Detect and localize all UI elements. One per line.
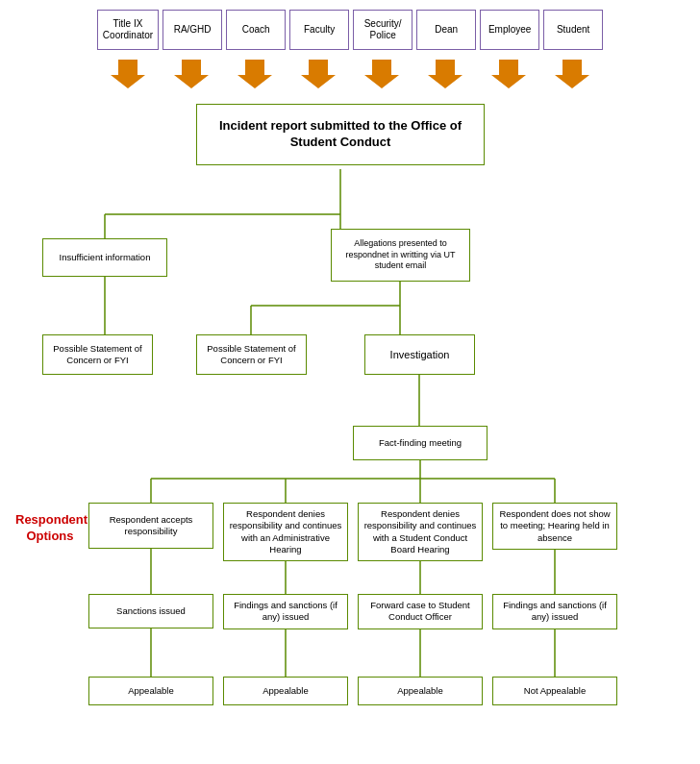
sanction-4-box: Findings and sanctions (if any) issued <box>492 594 617 629</box>
option-1-box: Respondent accepts responsibility <box>88 503 213 549</box>
reporter-box-title-ix: Title IX Coordinator <box>97 10 159 50</box>
reporter-box-dean: Dean <box>416 10 476 50</box>
possible-statement-mid-box: Possible Statement of Concern or FYI <box>196 334 307 375</box>
appeal-2-box: Appealable <box>223 677 348 705</box>
sanction-2-box: Findings and sanctions (if any) issued <box>223 594 348 629</box>
respondent-options-label: Respondent Options <box>15 512 85 545</box>
arrow-down-raghd <box>162 56 221 90</box>
svg-marker-0 <box>111 60 145 88</box>
svg-marker-6 <box>491 60 526 88</box>
reporter-box-student: Student <box>543 10 603 50</box>
allegations-box: Allegations presented to respondnet in w… <box>331 229 470 282</box>
option-3-box: Respondent denies responsibility and con… <box>358 503 483 561</box>
option-4-box: Respondent does not show to meeting; Hea… <box>492 503 617 550</box>
svg-marker-2 <box>238 60 272 88</box>
sanction-1-box: Sanctions issued <box>88 594 213 628</box>
arrow-down-student <box>542 56 602 90</box>
investigation-box: Investigation <box>364 334 475 375</box>
svg-marker-3 <box>301 60 336 88</box>
arrow-down-dean <box>415 56 475 90</box>
connector-lines <box>13 104 687 728</box>
fact-finding-box: Fact-finding meeting <box>353 426 488 460</box>
arrow-down-coach <box>225 56 285 90</box>
reporters-row: Title IX CoordinatorRA/GHDCoachFacultySe… <box>10 10 690 50</box>
possible-statement-left-box: Possible Statement of Concern or FYI <box>42 334 153 375</box>
appeal-1-box: Appealable <box>88 677 213 705</box>
svg-marker-5 <box>428 60 462 88</box>
option-2-box: Respondent denies responsibility and con… <box>223 503 348 561</box>
page: Title IX CoordinatorRA/GHDCoachFacultySe… <box>0 0 700 748</box>
chart-area: Incident report submitted to the Office … <box>13 104 687 728</box>
arrows-row <box>10 56 690 90</box>
arrow-down-employee <box>479 56 538 90</box>
arrow-down-title-ix <box>98 56 158 90</box>
insufficient-info-box: Insufficient information <box>42 238 167 277</box>
arrow-down-faculty <box>288 56 348 90</box>
sanction-3-box: Forward case to Student Conduct Officer <box>358 594 483 629</box>
reporter-box-coach: Coach <box>226 10 286 50</box>
svg-marker-1 <box>174 60 209 88</box>
arrow-down-security <box>352 56 412 90</box>
reporter-box-security: Security/ Police <box>353 10 412 50</box>
reporter-box-employee: Employee <box>480 10 539 50</box>
svg-marker-7 <box>555 60 589 88</box>
appeal-4-box: Not Appealable <box>492 677 617 705</box>
appeal-3-box: Appealable <box>358 677 483 705</box>
reporter-box-raghd: RA/GHD <box>162 10 222 50</box>
incident-box: Incident report submitted to the Office … <box>196 104 485 165</box>
reporter-box-faculty: Faculty <box>289 10 349 50</box>
svg-marker-4 <box>364 60 399 88</box>
